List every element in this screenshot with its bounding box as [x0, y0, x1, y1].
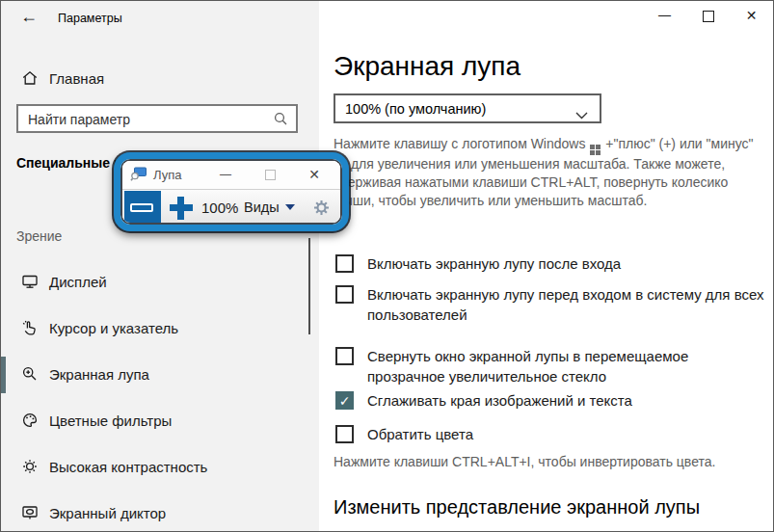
zoom-level-value: 100% (по умолчанию) — [345, 101, 486, 117]
checkbox-row-docked-lens[interactable]: Свернуть окно экранной лупы в перемещаем… — [335, 346, 764, 386]
magnifier-zoom-level: 100% — [201, 200, 238, 216]
checkbox-label: Включать экранную лупу перед входом в си… — [367, 284, 764, 325]
sidebar-item-high-contrast[interactable]: Высокая контрастность — [1, 449, 319, 486]
magnifier-app-icon — [130, 167, 147, 186]
views-dropdown-button[interactable]: Виды — [244, 200, 295, 215]
zoom-in-button[interactable] — [169, 195, 194, 220]
magnifier-toolbar-window[interactable]: Лупа — ✕ 100% Виды — [122, 161, 340, 223]
invert-colors-hint: Нажмите клавиши CTRL+ALT+I, чтобы инверт… — [334, 454, 715, 469]
app-title: Параметры — [58, 12, 122, 25]
magnifier-maximize-icon — [265, 170, 276, 180]
chevron-down-icon — [575, 106, 588, 123]
checkbox[interactable] — [335, 254, 354, 273]
sidebar-item-magnifier[interactable]: Экранная лупа — [1, 357, 319, 393]
magnifier-titlebar[interactable]: Лупа — ✕ — [122, 161, 340, 189]
sidebar-group-label: Зрение — [16, 228, 62, 244]
checkbox-label: Свернуть окно экранной лупы в перемещаем… — [367, 346, 764, 386]
sidebar-item-label: Дисплей — [49, 274, 107, 290]
checkbox-row-start-after-signin[interactable]: Включать экранную лупу после входа — [335, 253, 764, 274]
sidebar-item-narrator[interactable]: Экранный диктор — [1, 495, 319, 532]
sidebar: ← Параметры Главная Специальные возможно… — [1, 1, 319, 531]
search-input[interactable] — [26, 108, 261, 131]
zoom-out-button[interactable] — [124, 191, 161, 223]
contrast-icon — [21, 458, 39, 479]
selected-item-accent-bar — [1, 357, 6, 393]
sidebar-item-label: Главная — [49, 70, 104, 87]
checkbox-row-smooth-edges[interactable]: ✓ Сглаживать края изображений и текста — [335, 390, 764, 411]
zoom-level-dropdown[interactable]: 100% (по умолчанию) — [334, 93, 601, 123]
sidebar-item-color-filters[interactable]: Цветные фильтры — [1, 403, 319, 439]
page-title: Экранная лупа — [334, 51, 520, 82]
magnifier-icon — [21, 365, 39, 386]
minus-icon — [130, 203, 153, 212]
minimize-button[interactable]: — — [643, 1, 686, 30]
magnifier-close-button[interactable]: ✕ — [300, 161, 329, 189]
magnifier-minimize-button[interactable]: — — [211, 161, 240, 189]
sidebar-item-label: Высокая контрастность — [49, 459, 207, 475]
sidebar-item-cursor[interactable]: Курсор и указатель — [1, 310, 319, 347]
sidebar-item-home[interactable]: Главная — [1, 61, 319, 97]
magnifier-toolbar-highlight: Лупа — ✕ 100% Виды — [114, 152, 349, 231]
sidebar-item-label: Цветные фильтры — [49, 412, 172, 429]
checkbox-row-start-before-signin[interactable]: Включать экранную лупу перед входом в си… — [335, 284, 764, 325]
checkbox-label: Сглаживать края изображений и текста — [367, 390, 764, 411]
checkbox[interactable] — [335, 347, 354, 365]
checkbox[interactable] — [335, 285, 354, 304]
checkbox[interactable] — [335, 425, 354, 443]
back-button[interactable]: ← — [20, 7, 38, 27]
settings-window: ← Параметры Главная Специальные возможно… — [0, 0, 774, 532]
sidebar-item-display[interactable]: Дисплей — [1, 264, 319, 301]
magnifier-toolbar: 100% Виды — [122, 189, 340, 223]
checkbox-row-invert-colors[interactable]: Обратить цвета — [335, 424, 764, 444]
maximize-button[interactable] — [686, 1, 730, 30]
magnifier-window-title: Лупа — [153, 168, 181, 182]
sidebar-item-label: Курсор и указатель — [49, 320, 178, 336]
magnifier-description: Нажмите клавишу с логотипом Windows +"пл… — [334, 135, 761, 210]
maximize-icon — [703, 11, 714, 22]
search-icon[interactable] — [273, 111, 288, 130]
sidebar-item-label: Экранная лупа — [49, 366, 149, 383]
cursor-icon — [21, 319, 39, 340]
section-subheading: Изменить представление экранной лупы — [334, 496, 700, 519]
checkbox-checked[interactable]: ✓ — [335, 391, 354, 410]
display-icon — [21, 273, 39, 294]
narrator-icon — [21, 504, 39, 525]
checkbox-label: Обратить цвета — [367, 424, 764, 444]
sidebar-item-label: Экранный диктор — [49, 505, 166, 521]
windows-logo-icon — [590, 145, 601, 155]
close-button[interactable]: ✕ — [730, 1, 773, 30]
checkbox-label: Включать экранную лупу после входа — [367, 253, 764, 274]
views-dropdown-arrow-icon — [285, 204, 295, 210]
sidebar-scrollbar[interactable] — [308, 238, 310, 334]
home-icon — [21, 69, 39, 91]
search-box[interactable] — [16, 104, 298, 133]
magnifier-settings-gear-icon[interactable] — [312, 199, 331, 221]
magnifier-maximize-button[interactable] — [255, 161, 284, 189]
color-filters-icon — [21, 412, 39, 433]
